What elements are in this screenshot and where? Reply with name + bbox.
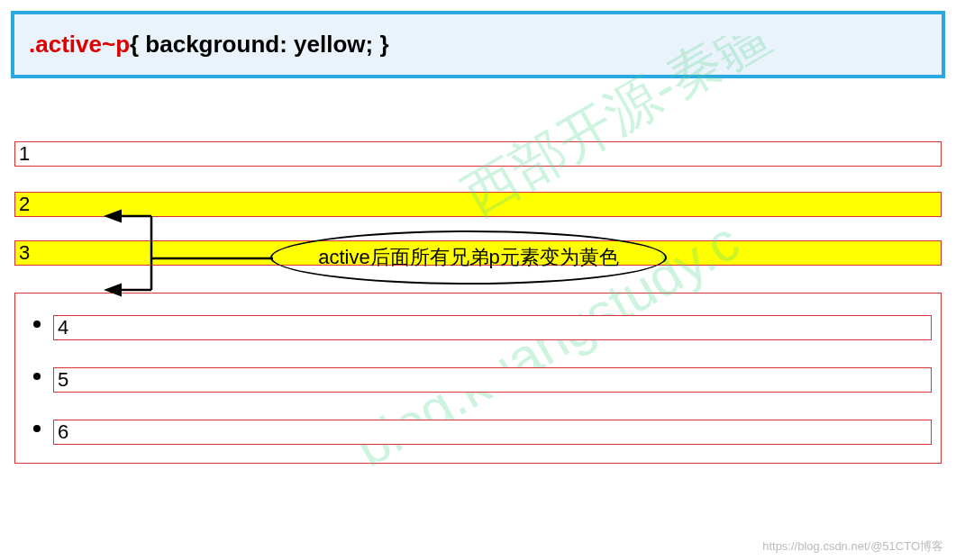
- css-declaration: { background: yellow; }: [130, 31, 389, 58]
- annotation-bubble: active后面所有兄弟p元素变为黄色: [270, 230, 667, 285]
- bullet-icon: [33, 373, 41, 380]
- footer-watermark: https://blog.csdn.net/@51CTO博客: [762, 538, 943, 555]
- annotation-arrows: [97, 200, 287, 299]
- list-paragraph-4: 4: [53, 315, 932, 340]
- list-container: 4 5 6: [14, 293, 942, 464]
- bullet-icon: [33, 321, 41, 328]
- list-paragraph-5: 5: [53, 367, 932, 393]
- paragraph-1: 1: [14, 141, 942, 167]
- demo-container: 1 2 3 4 5 6: [11, 141, 945, 464]
- list-item: 6: [53, 420, 932, 445]
- css-code-box: .active~p{ background: yellow; }: [11, 11, 945, 78]
- list-item: 5: [53, 367, 932, 393]
- list-paragraph-6: 6: [53, 420, 932, 445]
- bullet-icon: [33, 425, 41, 432]
- annotation-text: active后面所有兄弟p元素变为黄色: [318, 244, 619, 271]
- list-item: 4: [53, 315, 932, 340]
- css-selector: .active~p: [29, 31, 130, 58]
